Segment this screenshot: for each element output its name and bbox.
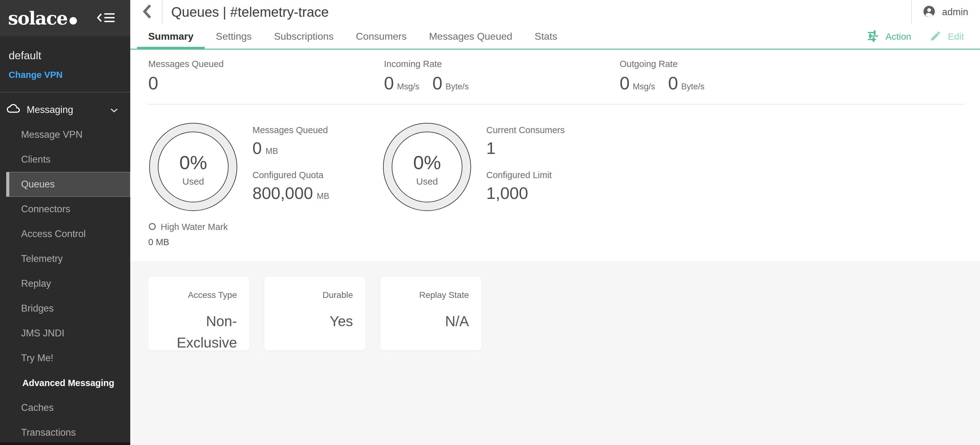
user-avatar[interactable]: [922, 5, 936, 19]
gauge-percent: 0%: [413, 152, 441, 173]
sidebar-item-label: Queues: [21, 179, 55, 190]
sidebar-item-message-vpn[interactable]: Message VPN: [0, 122, 130, 147]
tab-consumers[interactable]: Consumers: [345, 24, 418, 49]
tab-label: Consumers: [356, 31, 407, 42]
high-water-mark-legend: High Water Mark: [148, 222, 980, 232]
sidebar-bottom-strip: [0, 442, 130, 445]
sidebar-section-advanced-messaging: Advanced Messaging: [0, 370, 130, 396]
tab-label: Subscriptions: [274, 31, 333, 42]
stat-outgoing-rate: Outgoing Rate 0 Msg/s 0 Byte/s: [620, 59, 855, 92]
spool-usage-gauge: 0% Used Messages Queued 0 MB Configured …: [148, 122, 382, 212]
replay-state-card: Replay State N/A: [380, 276, 481, 350]
current-vpn-name: default: [9, 49, 122, 62]
tune-sliders-icon: [867, 30, 879, 43]
metric-value: 800,000: [253, 185, 313, 201]
chevron-left-icon: [141, 3, 153, 21]
sidebar-item-queues[interactable]: Queues: [6, 172, 130, 197]
incoming-byte-rate: 0 Byte/s: [432, 74, 469, 92]
collapse-menu-icon: [96, 11, 117, 26]
sidebar-item-bridges[interactable]: Bridges: [0, 296, 130, 321]
gauge-caption: Used: [182, 176, 204, 187]
page-title: Queues | #telemetry-trace: [171, 4, 329, 20]
action-button[interactable]: Action: [867, 30, 911, 43]
username[interactable]: admin: [942, 6, 968, 18]
user-divider: [911, 0, 912, 24]
sidebar-item-jms-jndi[interactable]: JMS JNDI: [0, 321, 130, 346]
sidebar-item-caches[interactable]: Caches: [0, 396, 130, 420]
card-value: N/A: [390, 311, 469, 332]
main-panel: Queues | #telemetry-trace admin Summary: [130, 0, 980, 445]
tab-label: Settings: [216, 31, 252, 42]
app-screen: solace default Change VPN: [0, 0, 980, 445]
sidebar-item-label: JMS JNDI: [21, 328, 65, 339]
sidebar-item-label: Caches: [21, 402, 54, 413]
edit-button[interactable]: Edit: [930, 30, 964, 43]
tab-messages-queued[interactable]: Messages Queued: [418, 24, 523, 49]
sidebar-item-label: Clients: [21, 154, 51, 165]
sidebar-item-messaging[interactable]: Messaging: [0, 97, 130, 122]
spool-donut-chart: 0% Used: [148, 122, 238, 212]
back-button[interactable]: [141, 3, 153, 21]
sidebar-item-label: Try Me!: [21, 352, 53, 364]
metric-unit: MB: [266, 147, 278, 155]
stat-incoming-rate: Incoming Rate 0 Msg/s 0 Byte/s: [384, 59, 620, 92]
sidebar-item-try-me[interactable]: Try Me!: [0, 346, 130, 370]
consumers-usage-gauge: 0% Used Current Consumers 1 Configured L…: [382, 122, 565, 212]
tab-subscriptions[interactable]: Subscriptions: [262, 24, 345, 49]
sidebar-item-transactions[interactable]: Transactions: [0, 420, 130, 445]
sidebar-item-label: Connectors: [21, 204, 70, 215]
consumers-gauge-metrics: Current Consumers 1 Configured Limit 1,0…: [486, 122, 565, 212]
tab-label: Summary: [148, 31, 194, 42]
circle-outline-icon: [148, 222, 156, 232]
metric-label: Configured Quota: [253, 170, 329, 180]
stat-label: Outgoing Rate: [620, 59, 855, 69]
card-label: Durable: [274, 290, 353, 300]
card-label: Access Type: [158, 290, 237, 300]
tabrow-actions: Action Edit: [867, 24, 980, 49]
sidebar-item-clients[interactable]: Clients: [0, 147, 130, 172]
sidebar-item-label: Bridges: [21, 303, 54, 314]
sidebar-item-label: Transactions: [21, 427, 76, 438]
gauge-percent: 0%: [179, 152, 207, 173]
high-water-mark-label: High Water Mark: [161, 222, 228, 232]
sidebar-item-replay[interactable]: Replay: [0, 271, 130, 296]
sidebar-section-label: Advanced Messaging: [22, 378, 115, 388]
tab-settings[interactable]: Settings: [205, 24, 263, 49]
attributes-panel: Access Type Non-Exclusive Durable Yes Re…: [130, 261, 980, 445]
sidebar-item-access-control[interactable]: Access Control: [0, 222, 130, 246]
stat-unit: Byte/s: [445, 82, 469, 91]
sidebar-item-label: Messaging: [27, 104, 73, 115]
tab-stats[interactable]: Stats: [523, 24, 568, 49]
gauges-row: 0% Used Messages Queued 0 MB Configured …: [130, 105, 980, 212]
metric-label: Messages Queued: [253, 125, 329, 135]
sidebar-item-telemetry[interactable]: Telemetry: [0, 246, 130, 271]
edit-button-label: Edit: [948, 31, 964, 42]
stat-value: 0: [148, 74, 158, 92]
metric-value: 0: [253, 140, 262, 156]
stat-unit: Byte/s: [681, 82, 705, 91]
change-vpn-link[interactable]: Change VPN: [9, 70, 122, 80]
high-water-mark-value: 0 MB: [148, 237, 980, 247]
summary-content: Messages Queued 0 Incoming Rate 0 Msg/s …: [130, 49, 980, 445]
consumers-donut-chart: 0% Used: [382, 122, 472, 212]
tab-label: Messages Queued: [429, 31, 512, 42]
gauge-caption: Used: [416, 176, 438, 187]
tab-summary[interactable]: Summary: [137, 24, 205, 49]
sidebar-item-label: Replay: [21, 278, 51, 289]
stat-label: Messages Queued: [148, 59, 384, 69]
chevron-down-icon: [110, 104, 118, 115]
metric-label: Configured Limit: [486, 170, 565, 180]
outgoing-byte-rate: 0 Byte/s: [668, 74, 704, 92]
stat-value: 0: [432, 74, 442, 92]
metric-value: 1: [486, 140, 496, 156]
sidebar-item-label: Telemetry: [21, 253, 63, 265]
stat-value: 0: [620, 74, 630, 92]
sidebar-item-label: Message VPN: [21, 129, 83, 140]
sidebar-item-label: Access Control: [21, 228, 86, 239]
sidebar-item-connectors[interactable]: Connectors: [0, 197, 130, 222]
stat-value: 0: [384, 74, 394, 92]
stat-unit: Msg/s: [397, 82, 419, 91]
collapse-sidebar-button[interactable]: [96, 11, 117, 26]
sidebar-divider: [0, 92, 130, 93]
cloud-icon: [7, 104, 20, 116]
